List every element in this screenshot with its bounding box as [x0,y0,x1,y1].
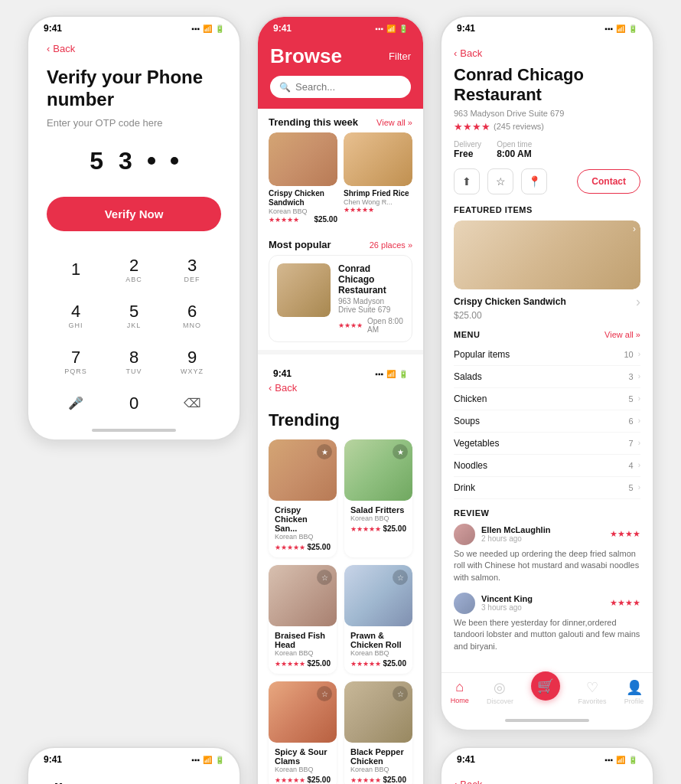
home-icon-r: ⌂ [455,679,464,695]
trending-grid-card-4[interactable]: ☆ Prawn & Chicken Roll Korean BBQ ★★★★★ … [344,565,412,674]
key-6[interactable]: 6MNO [163,292,221,338]
favorites-icon-r: ♡ [586,679,598,696]
back-button-trending[interactable]: ‹ Back [269,382,412,398]
grid-price-1: $25.00 [307,543,331,551]
trending-section-title: Trending this week [269,116,358,128]
grid-sub-3: Korean BBQ [275,649,331,657]
menu-item-chicken[interactable]: Chicken 5 › [454,388,640,410]
favorite-icon-2[interactable]: ★ [393,444,408,459]
key-2[interactable]: 2ABC [105,247,163,292]
trending-grid-card-3[interactable]: ☆ Braised Fish Head Korean BBQ ★★★★★ $25… [269,565,337,674]
grid-img-4: ☆ [344,565,412,626]
search-input[interactable] [295,81,402,93]
trending-card-2[interactable]: Shrimp Fried Rice Chen Wong R... ★★★★★ [344,132,412,224]
menu-item-popular[interactable]: Popular items 10 › [454,344,640,366]
featured-item-name: Crispy Chicken Sandwich [454,296,566,307]
menu-header: MENU View all » [454,330,640,339]
filter-header: Filter Clear [44,780,224,784]
key-1[interactable]: 1 [47,247,105,292]
status-icons-trending: ▪▪▪ 📶 🔋 [375,370,408,378]
most-popular-content: ‹ Back Most popular 20 places [442,768,653,784]
key-9[interactable]: 9WXYZ [163,338,221,384]
reviewer-info-1: Ellen McLaughlin 2 hours ago [481,525,604,543]
trending-grid-card-2[interactable]: ★ Salad Fritters Korean BBQ ★★★★★ $25.00 [344,439,412,557]
favorite-icon-3[interactable]: ☆ [317,570,332,585]
menu-item-salads[interactable]: Salads 3 › [454,366,640,388]
key-5[interactable]: 5JKL [105,292,163,338]
favorite-icon-6[interactable]: ☆ [393,686,408,701]
share-button[interactable]: ⬆ [454,168,480,194]
battery-icon-2: 🔋 [399,24,408,33]
search-bar[interactable]: 🔍 [270,76,411,98]
key-3[interactable]: 3DEF [163,247,221,292]
key-7[interactable]: 7PQRS [47,338,105,384]
grid-bottom-3: ★★★★★ $25.00 [275,659,331,668]
key-0[interactable]: 0 [105,384,163,423]
key-4[interactable]: 4GHI [47,292,105,338]
filter-button[interactable]: Filter [389,51,411,62]
menu-item-right-soups: 6 › [629,416,640,426]
menu-chevron-soups: › [638,416,640,425]
menu-count-chicken: 5 [629,394,634,403]
location-button[interactable]: 📍 [521,168,547,194]
trending-grid-card-1[interactable]: ★ Crispy Chicken San... Korean BBQ ★★★★★… [269,439,337,557]
reviewer-row-2: Vincent King 3 hours ago ★★★★ [454,593,640,614]
contact-button[interactable]: Contact [577,169,640,194]
nav-favorites-label-r: Favorites [578,697,607,705]
back-button-otp[interactable]: ‹ Back [47,43,221,54]
nav-discover-r[interactable]: ◎ Discover [487,679,513,705]
featured-image: › [454,220,640,289]
favorite-icon-5[interactable]: ☆ [317,686,332,701]
trending-grid-card-6[interactable]: ☆ Black Pepper Chicken Korean BBQ ★★★★★ … [344,681,412,784]
otp-input-row: 5 3 [47,147,221,175]
grid-price-6: $25.00 [383,776,406,784]
key-8[interactable]: 8TUV [105,338,163,384]
favorite-icon-4[interactable]: ☆ [393,570,408,585]
trending-section-header: Trending this week View all » [258,109,423,132]
trending-page-title: Trending [269,410,412,430]
reviewer-name-2: Vincent King [481,594,604,603]
popular-name-1: Conrad Chicago Restaurant [338,263,404,296]
menu-view-all[interactable]: View all » [604,330,640,339]
filter-content: Filter Clear SORT BY Top Rated ✓ Nearest… [28,768,239,784]
avatar-2 [454,593,475,614]
menu-item-noodles[interactable]: Noodles 4 › [454,455,640,477]
nav-favorites-r[interactable]: ♡ Favorites [578,679,607,705]
key-delete[interactable]: ⌫ [163,384,221,423]
back-button-restaurant[interactable]: ‹ Back [454,47,640,59]
view-all-popular[interactable]: 26 places » [370,240,412,250]
menu-item-vegetables[interactable]: Vegetables 7 › [454,433,640,455]
trending-card-1[interactable]: Crispy Chicken Sandwich Korean BBQ ★★★★★… [269,132,337,224]
grid-info-1: Crispy Chicken San... Korean BBQ ★★★★★ $… [269,501,337,557]
profile-icon-r: 👤 [626,679,643,696]
grid-stars-3: ★★★★★ [275,660,305,668]
menu-section: MENU View all » Popular items 10 › Salad… [454,330,640,499]
verify-now-button[interactable]: Verify Now [47,197,221,231]
cart-icon-r[interactable]: 🛒 [531,671,560,701]
favorite-icon-1[interactable]: ★ [317,444,332,459]
nav-cart-r[interactable]: 🛒 [531,679,560,705]
status-icons-3: ▪▪▪ 📶 🔋 [604,24,637,33]
nav-profile-r[interactable]: 👤 Profile [624,679,644,705]
menu-item-right-noodles: 4 › [629,461,640,470]
menu-chevron-drink: › [638,483,640,492]
trending-grid-card-5[interactable]: ☆ Spicy & Sour Clams Korean BBQ ★★★★★ $2… [269,681,337,784]
nav-home-r[interactable]: ⌂ Home [451,679,469,705]
back-button-popular[interactable]: ‹ Back [454,779,640,784]
grid-img-6: ☆ [344,681,412,743]
menu-item-right-chicken: 5 › [629,394,640,403]
menu-item-drink[interactable]: Drink 5 › [454,477,640,499]
popular-card-1[interactable]: Conrad Chicago Restaurant 963 Madyson Dr… [269,255,412,342]
menu-count-popular: 10 [624,350,633,359]
bookmark-button[interactable]: ☆ [487,168,513,194]
restaurant-stars: ★★★★ [454,121,490,132]
grid-sub-5: Korean BBQ [275,766,331,773]
menu-chevron-salads: › [638,372,640,381]
status-time-2: 9:41 [273,23,292,34]
view-all-trending[interactable]: View all » [376,118,412,127]
open-time-item: Open time 8:00 AM [497,140,532,159]
status-icons-1: ▪▪▪ 📶 🔋 [191,24,224,33]
menu-item-soups[interactable]: Soups 6 › [454,410,640,433]
restaurant-stars-row: ★★★★ (245 reviews) [454,121,640,132]
reviewer-name-1: Ellen McLaughlin [481,525,604,534]
